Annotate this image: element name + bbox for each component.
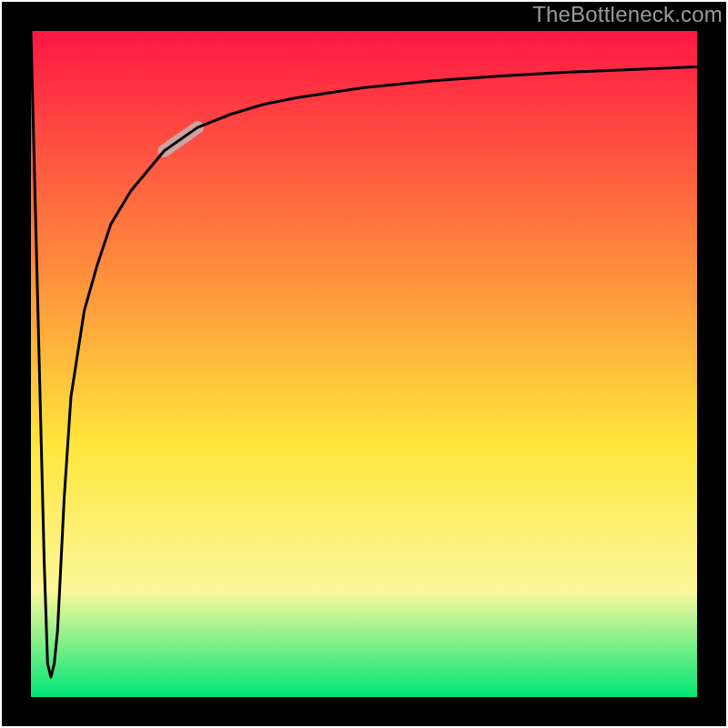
- chart-svg: [0, 0, 728, 728]
- chart-background: [31, 31, 697, 697]
- watermark-text: TheBottleneck.com: [532, 2, 723, 27]
- chart-frame: TheBottleneck.com: [0, 0, 728, 728]
